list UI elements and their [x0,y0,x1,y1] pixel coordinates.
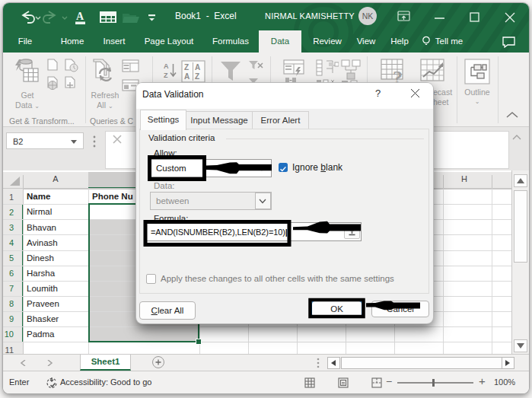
svg-text:A: A [76,11,84,22]
svg-text:A: A [195,63,200,72]
svg-text:Z: Z [184,63,189,72]
svg-text:Z: Z [164,72,168,79]
svg-text:Z: Z [195,72,199,81]
svg-text:A: A [164,62,169,70]
svg-text:A: A [184,72,190,81]
